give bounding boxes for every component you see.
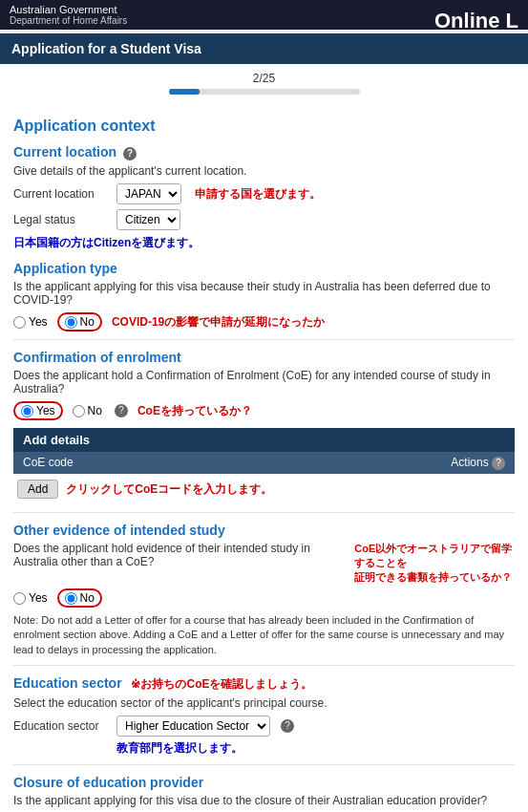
current-location-select[interactable]: JAPAN — [116, 183, 181, 204]
application-type-heading: Application type — [13, 261, 515, 276]
coe-yes-label[interactable]: Yes — [13, 401, 63, 420]
app-type-yes-label[interactable]: Yes — [13, 315, 48, 329]
current-location-desc: Give details of the applicant's current … — [13, 164, 515, 178]
closure-question: Is the applicant applying for this visa … — [13, 794, 515, 807]
app-type-yes-radio[interactable] — [13, 316, 26, 329]
education-sector-annotation2: 教育部門を選択します。 — [116, 740, 515, 757]
coe-help-icon[interactable]: ? — [115, 404, 128, 417]
progress-bar-fill — [169, 89, 200, 95]
legal-status-label: Legal status — [13, 213, 109, 226]
content-area: Application context Current location ? G… — [0, 98, 528, 812]
coe-col-code: CoE code — [23, 456, 264, 470]
legal-status-row: Legal status Citizen — [13, 209, 515, 230]
education-sector-label: Education sector — [13, 719, 109, 733]
location-annotation: 申請する国を選びます。 — [195, 186, 321, 203]
education-sector-desc: Select the education sector of the appli… — [13, 696, 515, 710]
current-location-row: Current location JAPAN 申請する国を選びます。 — [13, 183, 515, 204]
coe-radio-group: Yes No ? CoEを持っているか？ — [13, 401, 515, 420]
progress-bar-bg — [169, 89, 360, 95]
application-type-question: Is the applicant applying for this visa … — [13, 280, 515, 307]
other-evidence-annotation: CoE以外でオーストラリアで留学することを証明できる書類を持っているか？ — [354, 542, 515, 585]
application-context-title: Application context — [13, 118, 515, 135]
legal-status-annotation: 日本国籍の方はCitizenを選びます。 — [13, 235, 515, 251]
current-location-help-icon[interactable]: ? — [123, 147, 137, 160]
coe-table-columns: CoE code Actions ? — [13, 452, 515, 474]
coe-yes-radio[interactable] — [21, 405, 33, 417]
app-type-no-label[interactable]: No — [57, 312, 102, 331]
app-type-no-radio[interactable] — [65, 316, 77, 329]
closure-heading: Closure of education provider — [13, 775, 515, 790]
covid-annotation: COVID-19の影響で申請が延期になったか — [112, 314, 325, 331]
coe-col-actions: Actions ? — [264, 456, 506, 470]
other-evidence-note: Note: Do not add a Letter of offer for a… — [13, 613, 515, 657]
coe-question: Does the applicant hold a Confirmation o… — [13, 369, 515, 395]
education-sector-annotation: ※お持ちのCoEを確認しましょう。 — [131, 677, 312, 691]
coe-add-button[interactable]: Add — [17, 480, 58, 499]
legal-status-select[interactable]: Citizen — [116, 209, 180, 230]
online-label: Online L — [434, 9, 518, 33]
other-evidence-yes-label[interactable]: Yes — [13, 591, 48, 605]
other-evidence-yes-radio[interactable] — [13, 592, 26, 605]
page-header: Application for a Student Visa — [0, 33, 528, 64]
other-evidence-no-label[interactable]: No — [57, 588, 102, 608]
current-location-label: Current location — [13, 187, 109, 201]
coe-no-radio[interactable] — [73, 405, 85, 417]
coe-actions-help-icon[interactable]: ? — [492, 457, 505, 470]
coe-no-label[interactable]: No — [73, 404, 102, 417]
application-type-radio-group: Yes No COVID-19の影響で申請が延期になったか — [13, 312, 515, 331]
progress-text: 2/25 — [0, 72, 528, 85]
education-sector-heading: Education sector ※お持ちのCoEを確認しましょう。 — [13, 675, 515, 693]
current-location-heading: Current location ? — [13, 144, 515, 160]
coe-add-annotation: クリックしてCoEコードを入力します。 — [66, 481, 272, 498]
gov-header: Australian Government Department of Home… — [0, 0, 528, 30]
page-title: Application for a Student Visa — [11, 41, 201, 56]
other-evidence-heading: Other evidence of intended study — [13, 523, 515, 538]
coe-annotation: CoEを持っているか？ — [137, 403, 252, 419]
education-sector-select[interactable]: Higher Education Sector — [116, 716, 270, 737]
progress-container: 2/25 — [0, 64, 528, 98]
education-sector-help-icon[interactable]: ? — [281, 719, 294, 733]
coe-heading: Confirmation of enrolment — [13, 350, 515, 365]
other-evidence-no-radio[interactable] — [65, 592, 77, 605]
coe-table-header: Add details — [13, 428, 515, 452]
education-sector-row: Education sector Higher Education Sector… — [13, 716, 515, 737]
other-evidence-question: Does the applicant hold evidence of thei… — [13, 542, 348, 568]
other-evidence-radio-group: Yes No — [13, 588, 515, 608]
